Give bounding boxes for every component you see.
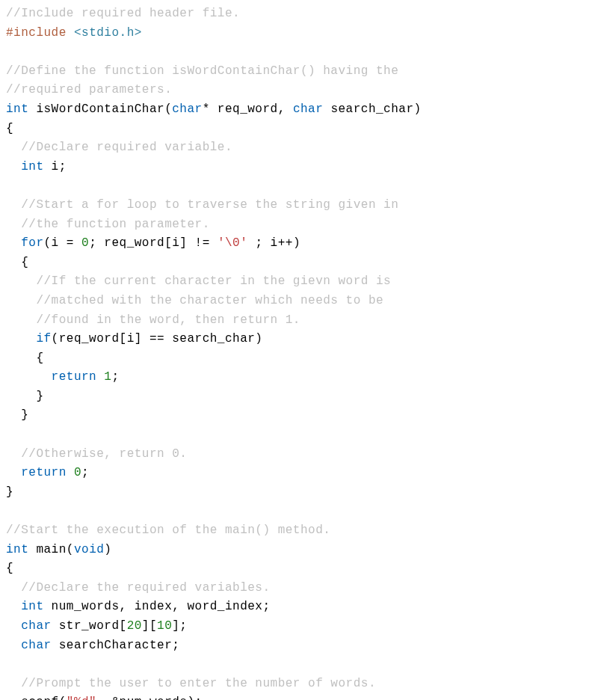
code-token-comment: //Declare required variable. xyxy=(21,141,232,154)
code-line: //Otherwise, return 0. xyxy=(6,445,592,464)
code-token-keyword: if xyxy=(36,332,51,346)
code-token-plain xyxy=(6,466,21,479)
code-token-keyword: int xyxy=(21,600,43,613)
code-token-plain: , &num_words); xyxy=(96,696,202,700)
code-line: //the function parameter. xyxy=(6,215,592,235)
code-token-comment: //Declare the required variables. xyxy=(21,581,270,595)
code-token-plain: main( xyxy=(28,543,74,556)
code-token-plain xyxy=(6,332,36,346)
code-token-plain xyxy=(6,581,21,595)
code-token-plain xyxy=(6,141,21,154)
code-token-number: 20 xyxy=(127,619,142,633)
code-token-plain: ][ xyxy=(142,619,157,633)
code-token-plain xyxy=(6,218,21,231)
code-token-plain xyxy=(6,619,21,633)
code-line: } xyxy=(6,387,592,407)
code-line: int isWordContainChar(char* req_word, ch… xyxy=(6,100,592,120)
code-token-plain xyxy=(67,466,74,479)
code-token-plain xyxy=(6,639,21,652)
code-token-comment: //Start the execution of the main() meth… xyxy=(6,524,330,537)
code-line: return 0; xyxy=(6,464,592,483)
code-line xyxy=(6,655,592,675)
code-line: //Start the execution of the main() meth… xyxy=(6,521,592,541)
code-line xyxy=(6,176,592,196)
code-token-keyword: int xyxy=(6,543,28,556)
code-token-plain: { xyxy=(6,562,13,575)
code-line: { xyxy=(6,559,592,579)
code-line xyxy=(6,502,592,521)
code-token-plain: isWordContainChar( xyxy=(28,102,172,116)
code-line: #include <stdio.h> xyxy=(6,24,592,43)
code-line: //matched with the character which needs… xyxy=(6,292,592,311)
code-line xyxy=(6,43,592,62)
code-token-plain: (i = xyxy=(44,236,82,250)
code-token-keyword: char xyxy=(172,102,202,116)
code-token-plain xyxy=(6,447,21,461)
code-line: int i; xyxy=(6,158,592,177)
code-token-plain: search_char) xyxy=(323,102,421,116)
code-token-plain: } xyxy=(6,485,13,499)
code-token-comment: //If the current character in the gievn … xyxy=(36,274,391,288)
code-line: int main(void) xyxy=(6,541,592,560)
code-token-keyword: int xyxy=(6,102,28,116)
code-line: if(req_word[i] == search_char) xyxy=(6,330,592,349)
code-token-preprocessor: #include xyxy=(6,26,67,40)
code-token-comment: //matched with the character which needs… xyxy=(36,294,383,307)
code-line: for(i = 0; req_word[i] != '\0' ; i++) xyxy=(6,234,592,254)
code-token-plain: ; xyxy=(81,466,89,479)
code-token-plain: { xyxy=(6,351,44,365)
code-token-number: 0 xyxy=(74,466,81,479)
code-token-keyword: return xyxy=(21,466,67,479)
code-token-plain: ) xyxy=(104,543,111,556)
code-token-plain: } xyxy=(6,408,28,422)
code-token-number: 1 xyxy=(104,370,111,384)
code-token-keyword: int xyxy=(21,160,43,174)
code-token-plain xyxy=(6,198,21,212)
code-token-keyword: return xyxy=(52,370,97,384)
code-token-comment: //Define the function isWordContainChar(… xyxy=(6,64,398,78)
code-line: //Prompt the user to enter the number of… xyxy=(6,675,592,694)
code-token-plain xyxy=(6,236,21,250)
code-token-plain xyxy=(6,160,21,174)
code-line: return 1; xyxy=(6,368,592,387)
code-token-plain: ]; xyxy=(172,619,187,633)
code-token-comment: //required parameters. xyxy=(6,83,172,96)
code-token-char-literal: '\0' xyxy=(218,236,247,250)
code-token-number: 0 xyxy=(81,236,89,250)
code-token-plain xyxy=(6,370,52,384)
code-token-plain xyxy=(6,600,21,613)
code-token-plain: ; req_word[i] != xyxy=(89,236,218,250)
code-token-string: "%d" xyxy=(67,696,96,700)
code-line: { xyxy=(6,254,592,273)
code-token-plain: i; xyxy=(44,160,67,174)
code-line: //Define the function isWordContainChar(… xyxy=(6,62,592,82)
code-line: char searchCharacter; xyxy=(6,636,592,656)
code-token-plain: str_word[ xyxy=(52,619,127,633)
code-token-comment: //Otherwise, return 0. xyxy=(21,447,187,461)
code-token-plain: { xyxy=(6,122,13,135)
code-token-plain xyxy=(6,294,36,307)
code-line: //If the current character in the gievn … xyxy=(6,272,592,292)
code-line xyxy=(6,426,592,445)
code-token-plain: ; xyxy=(111,370,119,384)
code-token-plain: } xyxy=(6,390,44,403)
code-line: //found in the word, then return 1. xyxy=(6,311,592,331)
code-token-plain xyxy=(67,26,74,40)
code-token-comment: //Prompt the user to enter the number of… xyxy=(21,677,376,690)
code-line: int num_words, index, word_index; xyxy=(6,598,592,617)
code-line: //Declare required variable. xyxy=(6,138,592,158)
code-line: } xyxy=(6,483,592,503)
code-token-plain xyxy=(6,274,36,288)
code-token-comment: //Include required header file. xyxy=(6,7,240,20)
code-line: { xyxy=(6,349,592,369)
code-token-comment: //found in the word, then return 1. xyxy=(36,313,300,327)
code-token-keyword: for xyxy=(21,236,43,250)
code-token-plain: num_words, index, word_index; xyxy=(44,600,271,613)
code-token-plain: { xyxy=(6,256,28,269)
code-token-comment: //Start a for loop to traverse the strin… xyxy=(21,198,398,212)
code-line: } xyxy=(6,406,592,426)
code-line: //Start a for loop to traverse the strin… xyxy=(6,196,592,215)
code-line: //Include required header file. xyxy=(6,4,592,24)
code-block: //Include required header file.#include … xyxy=(6,4,592,700)
code-token-plain: ; i++) xyxy=(247,236,300,250)
